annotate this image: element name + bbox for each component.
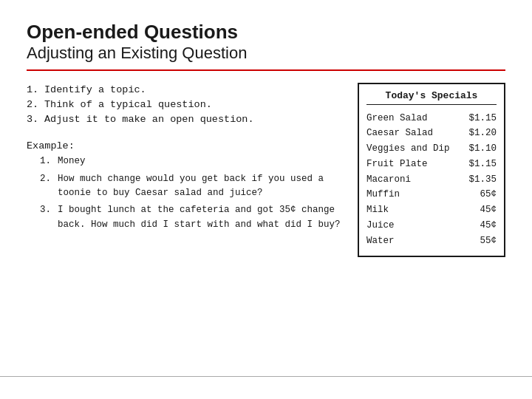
specials-item-name: Green Salad — [366, 111, 464, 126]
example-item-1: 1. Money — [40, 154, 343, 168]
header-divider — [27, 69, 505, 71]
specials-row: Juice45¢ — [366, 218, 497, 233]
right-column: Today's Specials Green Salad$1.15Caesar … — [358, 83, 505, 258]
specials-row: Caesar Salad$1.20 — [366, 126, 497, 141]
example-item-2: 2. How much change would you get back if… — [40, 172, 343, 201]
left-column: 1. Identify a topic. 2. Think of a typic… — [27, 83, 343, 258]
example-item-3: 3. I bought lunch at the cafeteria and g… — [40, 203, 343, 232]
specials-row: Veggies and Dip$1.10 — [366, 141, 497, 157]
specials-item-price: 45¢ — [464, 218, 497, 233]
specials-item-price: $1.15 — [464, 111, 497, 126]
example-1-num: 1. — [40, 154, 53, 168]
specials-item-name: Caesar Salad — [366, 126, 464, 141]
specials-item-price: 65¢ — [464, 187, 497, 202]
specials-row: Milk45¢ — [366, 202, 497, 218]
specials-item-name: Juice — [366, 218, 464, 233]
step-1-text: Identify a topic. — [44, 83, 146, 98]
specials-item-price: 55¢ — [464, 233, 497, 249]
example-3-text: I bought lunch at the cafeteria and got … — [58, 203, 343, 232]
step-3-text: Adjust it to make an open question. — [44, 112, 254, 127]
specials-box: Today's Specials Green Salad$1.15Caesar … — [358, 83, 505, 258]
specials-row: Macaroni$1.35 — [366, 172, 497, 188]
content-area: 1. Identify a topic. 2. Think of a typic… — [27, 83, 505, 258]
step-3-num: 3. — [27, 112, 40, 127]
specials-row: Fruit Plate$1.15 — [366, 157, 497, 172]
example-2-num: 2. — [40, 172, 53, 201]
example-section: Example: 1. Money 2. How much change wou… — [27, 140, 343, 232]
specials-row: Muffin65¢ — [366, 187, 497, 202]
step-2: 2. Think of a typical question. — [27, 98, 343, 112]
specials-item-price: $1.15 — [464, 157, 497, 172]
example-3-num: 3. — [40, 203, 53, 232]
example-label: Example: — [27, 140, 343, 151]
example-2-text: How much change would you get back if yo… — [58, 172, 343, 201]
specials-row: Green Salad$1.15 — [366, 111, 497, 126]
specials-item-price: $1.35 — [464, 172, 497, 188]
main-title: Open-ended Questions — [27, 21, 505, 44]
step-1-num: 1. — [27, 83, 40, 98]
step-3: 3. Adjust it to make an open question. — [27, 112, 343, 127]
title-block: Open-ended Questions Adjusting an Existi… — [27, 21, 505, 64]
step-1: 1. Identify a topic. — [27, 83, 343, 98]
specials-item-price: $1.20 — [464, 126, 497, 141]
specials-title: Today's Specials — [366, 90, 497, 105]
step-2-num: 2. — [27, 98, 40, 112]
specials-item-name: Veggies and Dip — [366, 141, 464, 157]
steps-list: 1. Identify a topic. 2. Think of a typic… — [27, 83, 343, 128]
specials-row: Water55¢ — [366, 233, 497, 249]
specials-item-price: $1.10 — [464, 141, 497, 157]
specials-item-name: Muffin — [366, 187, 464, 202]
example-list: 1. Money 2. How much change would you ge… — [27, 154, 343, 232]
sub-title: Adjusting an Existing Question — [27, 44, 505, 63]
page: Open-ended Questions Adjusting an Existi… — [0, 0, 532, 399]
step-2-text: Think of a typical question. — [44, 98, 212, 112]
specials-table: Green Salad$1.15Caesar Salad$1.20Veggies… — [366, 111, 497, 249]
example-1-text: Money — [58, 154, 343, 168]
bottom-divider — [0, 376, 532, 377]
specials-item-name: Macaroni — [366, 172, 464, 188]
specials-item-name: Milk — [366, 202, 464, 218]
specials-item-price: 45¢ — [464, 202, 497, 218]
specials-item-name: Water — [366, 233, 464, 249]
specials-item-name: Fruit Plate — [366, 157, 464, 172]
